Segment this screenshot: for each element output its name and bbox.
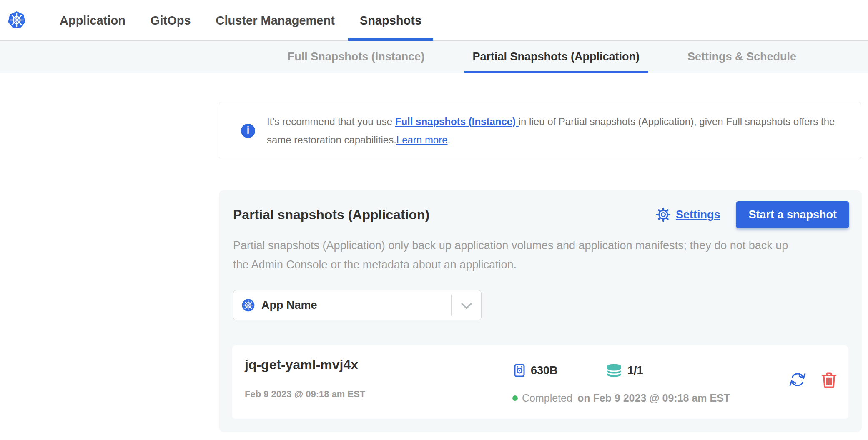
restore-icon <box>788 370 807 389</box>
snapshot-created-date: Feb 9 2023 @ 09:18 am EST <box>245 389 365 400</box>
nav-item-cluster-management[interactable]: Cluster Management <box>216 0 335 41</box>
info-banner-line2: same restoration capabilities.Learn more… <box>267 131 835 149</box>
nav-item-application[interactable]: Application <box>60 0 125 41</box>
nav-item-snapshots[interactable]: Snapshots <box>360 0 421 41</box>
kubernetes-logo-icon <box>8 10 26 30</box>
info-banner-line1: It’s recommend that you use Full snapsho… <box>267 112 835 131</box>
snapshot-row: jq-get-yaml-mvj4x Feb 9 2023 @ 09:18 am … <box>232 345 848 419</box>
tab-settings-schedule[interactable]: Settings & Schedule <box>687 41 796 73</box>
learn-more-link[interactable]: Learn more <box>396 134 448 145</box>
snapshots-subnav: Full Snapshots (Instance) Partial Snapsh… <box>0 41 868 73</box>
panel-description: Partial snapshots (Application) only bac… <box>233 236 788 274</box>
gear-icon <box>656 207 671 222</box>
info-icon: i <box>241 124 255 138</box>
panel-title: Partial snapshots (Application) <box>233 207 429 222</box>
info-text-line2: same restoration capabilities. <box>267 134 396 145</box>
settings-link[interactable]: Settings <box>656 207 720 222</box>
start-snapshot-button[interactable]: Start a snapshot <box>736 201 849 228</box>
snapshot-size-value: 630B <box>531 364 558 377</box>
tab-full-snapshots[interactable]: Full Snapshots (Instance) <box>288 41 425 73</box>
tab-partial-snapshots[interactable]: Partial Snapshots (Application) <box>472 41 640 73</box>
info-text-period: . <box>448 134 451 145</box>
disk-icon <box>514 364 525 377</box>
status-label: Completed <box>522 392 572 404</box>
kubernetes-icon <box>242 299 255 312</box>
snapshot-volumes-value: 1/1 <box>627 364 643 377</box>
restore-snapshot-button[interactable] <box>788 370 807 390</box>
delete-snapshot-button[interactable] <box>821 371 837 390</box>
panel-description-line1: Partial snapshots (Application) only bac… <box>233 236 788 255</box>
info-text-rest: in lieu of Partial snapshots (Applicatio… <box>519 116 835 127</box>
panel-description-line2: the Admin Console or the metadata about … <box>233 255 788 274</box>
nav-item-gitops[interactable]: GitOps <box>151 0 191 41</box>
snapshot-name: jq-get-yaml-mvj4x <box>245 357 358 372</box>
partial-snapshots-panel: Partial snapshots (Application) Settings… <box>219 190 862 432</box>
status-dot <box>512 395 518 401</box>
app-select-value: App Name <box>261 299 317 312</box>
trash-icon <box>821 371 837 388</box>
full-snapshots-link[interactable]: Full snapshots (Instance) <box>395 116 519 127</box>
database-icon <box>607 364 622 377</box>
snapshot-status: Completed on Feb 9 2023 @ 09:18 am EST <box>512 392 730 404</box>
main-nav: Application GitOps Cluster Management Sn… <box>60 0 421 41</box>
snapshot-volumes: 1/1 <box>607 364 643 377</box>
info-text-before: It’s recommend that you use <box>267 116 395 127</box>
app-name-select[interactable]: App Name <box>233 290 482 320</box>
status-finished-time: on Feb 9 2023 @ 09:18 am EST <box>577 392 730 404</box>
settings-label: Settings <box>676 208 720 221</box>
panel-header: Partial snapshots (Application) Settings… <box>233 201 849 228</box>
snapshots-page: Application GitOps Cluster Management Sn… <box>0 0 868 440</box>
info-banner-text: It’s recommend that you use Full snapsho… <box>267 112 835 149</box>
select-divider <box>451 295 452 316</box>
chevron-down-icon[interactable] <box>461 302 472 310</box>
snapshot-size: 630B <box>514 364 558 377</box>
top-header: Application GitOps Cluster Management Sn… <box>0 0 868 41</box>
info-banner: i It’s recommend that you use Full snaps… <box>219 102 861 159</box>
